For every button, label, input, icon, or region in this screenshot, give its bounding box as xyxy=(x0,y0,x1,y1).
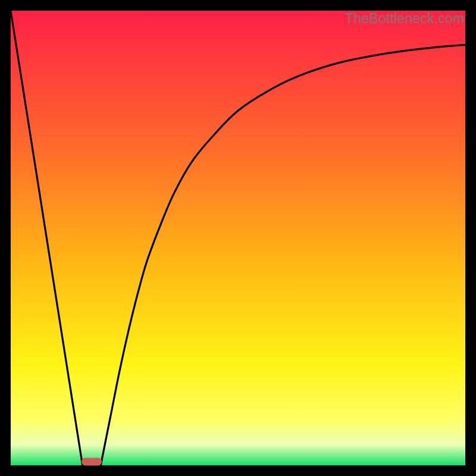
chart-frame: TheBottleneck.com xyxy=(11,11,465,465)
optimum-marker xyxy=(82,458,102,466)
watermark-text: TheBottleneck.com xyxy=(345,11,464,27)
bottleneck-chart xyxy=(11,11,465,465)
gradient-background xyxy=(11,11,465,465)
